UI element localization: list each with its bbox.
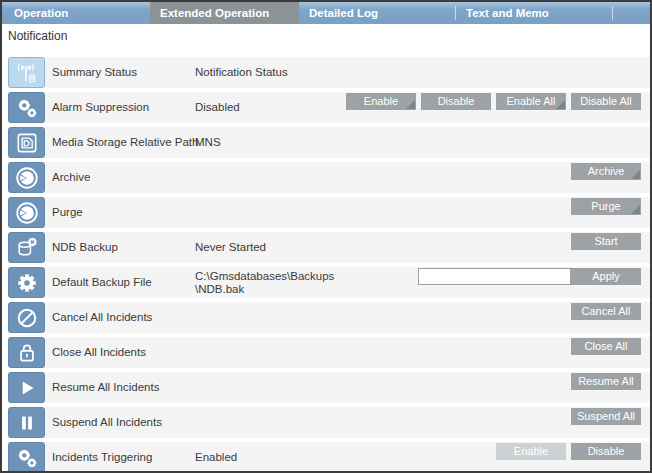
cancel-all-button[interactable]: Cancel All xyxy=(571,303,641,320)
table-row: Summary Status Notification Status xyxy=(8,57,650,88)
row-label: Archive xyxy=(52,162,90,193)
row-value: Never Started xyxy=(195,232,266,263)
table-row: Incidents Triggering Enabled Enable Disa… xyxy=(8,442,650,473)
disable-all-button[interactable]: Disable All xyxy=(571,93,641,110)
enable-button[interactable]: Enable xyxy=(346,93,416,110)
tab-divider xyxy=(612,6,613,20)
gears-icon[interactable] xyxy=(8,92,45,123)
tab-text-and-memo[interactable]: Text and Memo xyxy=(456,2,612,24)
enable-all-button[interactable]: Enable All xyxy=(496,93,566,110)
play-icon[interactable] xyxy=(8,372,45,403)
start-button[interactable]: Start xyxy=(571,233,641,250)
tab-detailed-log[interactable]: Detailed Log xyxy=(299,2,455,24)
gears-icon[interactable] xyxy=(8,442,45,473)
table-row: Purge Purge xyxy=(8,197,650,228)
apply-button[interactable]: Apply xyxy=(571,268,641,285)
disable-button[interactable]: Disable xyxy=(421,93,491,110)
disable-button[interactable]: Disable xyxy=(571,443,641,460)
backup-file-input[interactable] xyxy=(418,268,571,285)
row-value: Disabled xyxy=(195,92,240,123)
table-row: Archive Archive xyxy=(8,162,650,193)
lock-icon[interactable] xyxy=(8,337,45,368)
archive-button[interactable]: Archive xyxy=(571,163,641,180)
row-value: C:\Gmsdatabases\Backups \NDB.bak xyxy=(195,267,334,298)
row-label: Incidents Triggering xyxy=(52,442,152,473)
row-label: Media Storage Relative Path xyxy=(52,127,198,158)
table-row: Alarm Suppression Disabled Enable Disabl… xyxy=(8,92,650,123)
antenna-broadcast-icon[interactable] xyxy=(8,57,45,88)
extended-operation-window: Operation Extended Operation Detailed Lo… xyxy=(0,0,652,473)
row-label: Default Backup File xyxy=(52,267,152,298)
enable-button[interactable]: Enable xyxy=(496,443,566,460)
media-document-icon[interactable] xyxy=(8,127,45,158)
row-label: Resume All Incidents xyxy=(52,372,159,403)
suspend-all-button[interactable]: Suspend All xyxy=(571,408,641,425)
tab-divider xyxy=(455,6,456,20)
archive-circle-arrow-icon[interactable] xyxy=(8,162,45,193)
table-row: Close All Incidents Close All xyxy=(8,337,650,368)
table-row: Media Storage Relative Path MNS xyxy=(8,127,650,158)
table-row: Default Backup File C:\Gmsdatabases\Back… xyxy=(8,267,650,298)
page-title: Notification xyxy=(8,29,67,43)
row-label: Suspend All Incidents xyxy=(52,407,162,438)
row-label: NDB Backup xyxy=(52,232,118,263)
row-value: MNS xyxy=(195,127,221,158)
tab-extended-operation[interactable]: Extended Operation xyxy=(150,2,299,24)
close-all-button[interactable]: Close All xyxy=(571,338,641,355)
resume-all-button[interactable]: Resume All xyxy=(571,373,641,390)
purge-button[interactable]: Purge xyxy=(571,198,641,215)
purge-circle-arrow-icon[interactable] xyxy=(8,197,45,228)
row-label: Close All Incidents xyxy=(52,337,146,368)
row-label: Cancel All Incidents xyxy=(52,302,152,333)
tab-operation[interactable]: Operation xyxy=(4,2,152,24)
gear-icon[interactable] xyxy=(8,267,45,298)
table-row: Resume All Incidents Resume All xyxy=(8,372,650,403)
row-label: Alarm Suppression xyxy=(52,92,149,123)
row-label: Purge xyxy=(52,197,83,228)
database-backup-icon[interactable] xyxy=(8,232,45,263)
table-row: Cancel All Incidents Cancel All xyxy=(8,302,650,333)
pause-icon[interactable] xyxy=(8,407,45,438)
cancel-prohibition-icon[interactable] xyxy=(8,302,45,333)
table-row: Suspend All Incidents Suspend All xyxy=(8,407,650,438)
notification-table: Summary Status Notification Status xyxy=(8,57,650,473)
row-value: Enabled xyxy=(195,442,237,473)
table-row: NDB Backup Never Started Start xyxy=(8,232,650,263)
tab-bar: Operation Extended Operation Detailed Lo… xyxy=(2,2,650,24)
row-value: Notification Status xyxy=(195,57,288,88)
row-label: Summary Status xyxy=(52,57,137,88)
